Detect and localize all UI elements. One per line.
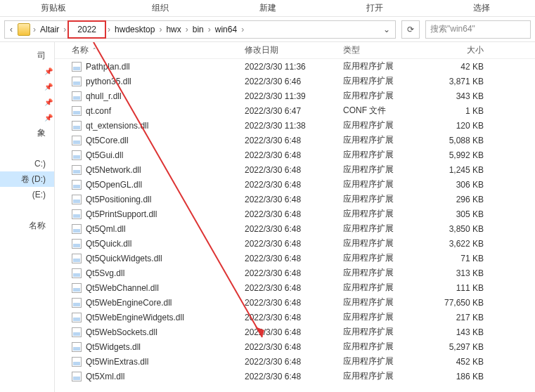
ribbon-tab[interactable]: 打开 [321, 0, 428, 16]
table-row[interactable]: Qt5Widgets.dll 2022/3/30 6:48 应用程序扩展 5,2… [55, 339, 535, 354]
file-icon [72, 298, 82, 308]
file-type: 应用程序扩展 [343, 341, 427, 353]
ribbon-tab[interactable]: 组织 [107, 0, 214, 16]
table-row[interactable]: Qt5Core.dll 2022/3/30 6:48 应用程序扩展 5,088 … [55, 133, 535, 148]
table-row[interactable]: Qt5Quick.dll 2022/3/30 6:48 应用程序扩展 3,622… [55, 236, 535, 251]
file-name: qt_extensions.dll [86, 121, 148, 131]
chevron-right-icon: › [207, 25, 212, 34]
col-size-header[interactable]: 大小 [427, 44, 498, 56]
file-date: 2022/3/30 11:36 [245, 62, 343, 72]
ribbon-tab[interactable]: 新建 [214, 0, 321, 16]
file-icon [72, 180, 82, 190]
nav-item[interactable]: 📌 [0, 63, 54, 79]
table-row[interactable]: qt.conf 2022/3/30 6:47 CONF 文件 1 KB [55, 103, 535, 118]
file-icon [72, 209, 82, 219]
table-row[interactable]: qhull_r.dll 2022/3/30 11:39 应用程序扩展 343 K… [55, 89, 535, 103]
nav-item[interactable] [0, 202, 54, 218]
pin-icon: 📌 [44, 114, 53, 122]
breadcrumb[interactable]: hwdesktop [112, 25, 157, 34]
file-icon [72, 313, 82, 322]
table-row[interactable]: Qt5Xml.dll 2022/3/30 6:48 应用程序扩展 186 KB [55, 369, 535, 384]
nav-item[interactable]: 象 [0, 125, 54, 141]
col-date-header[interactable]: 修改日期 [245, 44, 343, 56]
table-row[interactable]: Qt5WebChannel.dll 2022/3/30 6:48 应用程序扩展 … [55, 280, 535, 295]
file-date: 2022/3/30 6:48 [245, 165, 343, 175]
file-type: CONF 文件 [343, 105, 427, 117]
file-size: 71 KB [427, 254, 498, 263]
file-icon [72, 121, 82, 131]
chevron-right-icon: › [184, 25, 190, 34]
file-date: 2022/3/30 11:38 [245, 121, 343, 131]
nav-left-icon[interactable]: ‹ [6, 25, 16, 34]
table-row[interactable]: Qt5WebEngineCore.dll 2022/3/30 6:48 应用程序… [55, 295, 535, 310]
file-date: 2022/3/30 6:48 [245, 327, 343, 337]
file-type: 应用程序扩展 [343, 193, 427, 205]
file-name: Pathplan.dll [86, 62, 130, 72]
breadcrumb[interactable]: 2022 [67, 20, 106, 39]
table-row[interactable]: Qt5PrintSupport.dll 2022/3/30 6:48 应用程序扩… [55, 207, 535, 221]
table-row[interactable]: Qt5Svg.dll 2022/3/30 6:48 应用程序扩展 313 KB [55, 266, 535, 280]
chevron-down-icon[interactable]: ⌄ [380, 25, 394, 34]
file-date: 2022/3/30 6:48 [245, 372, 343, 381]
file-type: 应用程序扩展 [343, 237, 427, 249]
file-type: 应用程序扩展 [343, 149, 427, 161]
nav-item[interactable]: 📌 [0, 94, 54, 110]
table-row[interactable]: python35.dll 2022/3/30 6:46 应用程序扩展 3,871… [55, 74, 535, 89]
col-type-header[interactable]: 类型 [343, 44, 427, 56]
table-row[interactable]: Qt5Gui.dll 2022/3/30 6:48 应用程序扩展 5,992 K… [55, 148, 535, 162]
folder-icon [18, 23, 30, 36]
file-name: Qt5Widgets.dll [86, 342, 141, 352]
file-name: Qt5Qml.dll [86, 224, 126, 234]
col-name-header[interactable]: 名称 [72, 44, 89, 56]
file-size: 5,297 KB [427, 342, 498, 352]
file-name: Qt5PrintSupport.dll [86, 209, 157, 219]
table-row[interactable]: Pathplan.dll 2022/3/30 11:36 应用程序扩展 42 K… [55, 59, 535, 74]
file-size: 5,992 KB [427, 150, 498, 160]
table-row[interactable]: Qt5OpenGL.dll 2022/3/30 6:48 应用程序扩展 306 … [55, 177, 535, 192]
file-type: 应用程序扩展 [343, 296, 427, 308]
table-row[interactable]: Qt5Qml.dll 2022/3/30 6:48 应用程序扩展 3,850 K… [55, 221, 535, 236]
table-row[interactable]: Qt5WebSockets.dll 2022/3/30 6:48 应用程序扩展 … [55, 325, 535, 339]
file-name: Qt5Core.dll [86, 136, 129, 145]
file-type: 应用程序扩展 [343, 252, 427, 264]
breadcrumb[interactable]: Altair [37, 25, 62, 34]
address-bar[interactable]: ‹ › Altair›2022›hwdesktop›hwx›bin›win64›… [4, 20, 396, 39]
nav-item[interactable]: 司 [0, 48, 54, 63]
table-row[interactable]: Qt5Network.dll 2022/3/30 6:48 应用程序扩展 1,2… [55, 162, 535, 177]
table-row[interactable]: qt_extensions.dll 2022/3/30 11:38 应用程序扩展… [55, 118, 535, 133]
file-icon [72, 342, 82, 352]
breadcrumb[interactable]: win64 [212, 25, 240, 34]
nav-item[interactable]: 卷 (D:) [0, 171, 54, 187]
nav-item[interactable]: (E:) [0, 187, 54, 202]
breadcrumb[interactable]: hwx [163, 25, 183, 34]
nav-item[interactable]: 📌 [0, 79, 54, 94]
file-name: Qt5QuickWidgets.dll [86, 254, 162, 263]
nav-item[interactable]: C:) [0, 156, 54, 171]
table-row[interactable]: Qt5QuickWidgets.dll 2022/3/30 6:48 应用程序扩… [55, 251, 535, 266]
file-size: 186 KB [427, 372, 498, 381]
ribbon-tab[interactable]: 剪贴板 [0, 0, 107, 16]
file-icon [72, 136, 82, 145]
refresh-icon: ⟳ [407, 25, 414, 34]
breadcrumb[interactable]: bin [190, 25, 207, 34]
file-size: 296 KB [427, 195, 498, 204]
refresh-button[interactable]: ⟳ [401, 20, 420, 39]
file-type: 应用程序扩展 [343, 90, 427, 102]
pin-icon: 📌 [44, 67, 53, 75]
nav-item[interactable]: 名称 [0, 218, 54, 233]
table-row[interactable]: Qt5WebEngineWidgets.dll 2022/3/30 6:48 应… [55, 310, 535, 325]
search-input[interactable]: 搜索"win64" [425, 20, 531, 39]
table-row[interactable]: Qt5WinExtras.dll 2022/3/30 6:48 应用程序扩展 4… [55, 354, 535, 369]
file-date: 2022/3/30 6:48 [245, 239, 343, 249]
file-size: 42 KB [427, 62, 498, 72]
file-type: 应用程序扩展 [343, 267, 427, 279]
column-headers[interactable]: 名称˄ 修改日期 类型 大小 [55, 42, 535, 59]
ribbon-tab[interactable]: 选择 [428, 0, 535, 16]
nav-item[interactable] [0, 141, 54, 156]
table-row[interactable]: Qt5Positioning.dll 2022/3/30 6:48 应用程序扩展… [55, 192, 535, 207]
nav-item[interactable]: 📌 [0, 110, 54, 125]
nav-pane[interactable]: 司📌📌📌📌象C:)卷 (D:)(E:)名称 [0, 42, 55, 392]
file-date: 2022/3/30 6:48 [245, 268, 343, 278]
file-size: 1,245 KB [427, 165, 498, 175]
file-name: Qt5Svg.dll [86, 268, 124, 278]
